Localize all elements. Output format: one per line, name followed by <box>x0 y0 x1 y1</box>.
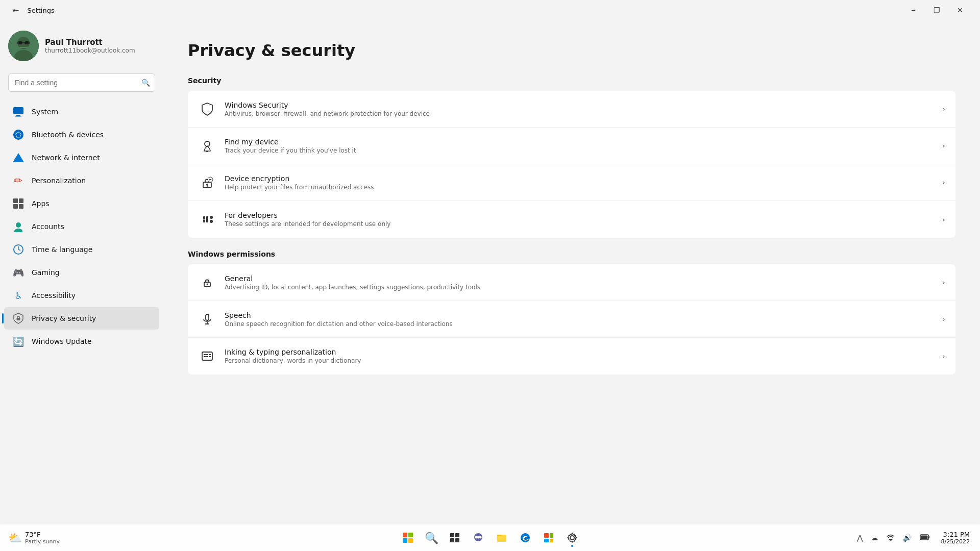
find-my-device-chevron: › <box>942 141 945 151</box>
settings-taskbar-icon <box>567 532 578 543</box>
search-input[interactable] <box>8 73 155 92</box>
svg-rect-5 <box>19 47 28 48</box>
sidebar-item-accessibility[interactable]: ♿ Accessibility <box>4 284 159 307</box>
maximize-button[interactable]: ❐ <box>925 2 948 18</box>
accounts-icon <box>12 220 24 233</box>
security-section: Security Windows Security Antivirus, bro… <box>188 77 955 238</box>
cloud-icon[interactable]: ☁ <box>868 532 881 544</box>
sidebar-item-gaming[interactable]: 🎮 Gaming <box>4 261 159 284</box>
svg-rect-69 <box>921 535 927 539</box>
win-logo-bl <box>403 538 407 543</box>
security-section-title: Security <box>188 77 955 85</box>
search-box: 🔍 <box>8 73 155 92</box>
sidebar-item-network[interactable]: Network & internet <box>4 146 159 169</box>
security-group: Windows Security Antivirus, browser, fir… <box>188 91 955 238</box>
sidebar-item-personalization[interactable]: ✏ Personalization <box>4 169 159 192</box>
update-icon: 🔄 <box>12 335 24 347</box>
system-tray-expand[interactable]: ⋀ <box>854 532 866 544</box>
svg-rect-6 <box>17 41 22 44</box>
svg-rect-50 <box>450 533 454 537</box>
device-encryption-chevron: › <box>942 178 945 187</box>
svg-rect-49 <box>209 356 211 357</box>
wifi-indicator <box>887 534 895 541</box>
start-button[interactable] <box>398 528 418 548</box>
windows-permissions-section: Windows permissions General Advertising … <box>188 250 955 374</box>
privacy-icon <box>12 312 24 324</box>
weather-temp: 73°F <box>25 531 60 538</box>
inking-typing-item[interactable]: Inking & typing personalization Personal… <box>188 338 955 374</box>
windows-security-text: Windows Security Antivirus, browser, fir… <box>225 101 942 117</box>
close-button[interactable]: ✕ <box>948 2 972 18</box>
wifi-icon[interactable] <box>884 532 898 544</box>
svg-rect-68 <box>928 536 929 538</box>
back-icon[interactable]: ← <box>8 4 23 17</box>
search-taskbar-button[interactable]: 🔍 <box>421 528 442 548</box>
windows-security-item[interactable]: Windows Security Antivirus, browser, fir… <box>188 91 955 128</box>
device-encryption-icon <box>198 173 216 192</box>
search-icon: 🔍 <box>141 79 150 87</box>
file-explorer-button[interactable] <box>492 528 512 548</box>
task-view-icon <box>450 533 460 543</box>
battery-icon[interactable] <box>917 532 933 544</box>
sidebar-item-apps[interactable]: Apps <box>4 192 159 215</box>
sidebar-item-apps-label: Apps <box>32 199 50 208</box>
inking-typing-title: Inking & typing personalization <box>225 348 942 356</box>
sidebar-item-accounts[interactable]: Accounts <box>4 215 159 238</box>
sidebar-item-personalization-label: Personalization <box>32 177 86 185</box>
store-button[interactable] <box>538 528 559 548</box>
network-icon <box>12 152 24 164</box>
sidebar-item-bluetooth[interactable]: ⬠ Bluetooth & devices <box>4 123 159 146</box>
svg-rect-17 <box>13 204 18 209</box>
find-my-device-item[interactable]: Find my device Track your device if you … <box>188 128 955 164</box>
taskbar-clock[interactable]: 3:21 PM 8/25/2022 <box>935 529 976 547</box>
speech-item[interactable]: Speech Online speech recognition for dic… <box>188 301 955 338</box>
sidebar-item-privacy[interactable]: Privacy & security <box>4 307 159 330</box>
for-developers-item[interactable]: For developers These settings are intend… <box>188 201 955 238</box>
svg-rect-63 <box>550 533 553 538</box>
windows-security-desc: Antivirus, browser, firewall, and networ… <box>225 110 942 117</box>
general-desc: Advertising ID, local content, app launc… <box>225 284 942 291</box>
speech-text: Speech Online speech recognition for dic… <box>225 311 942 328</box>
svg-rect-52 <box>450 538 454 542</box>
personalization-icon: ✏ <box>12 174 24 187</box>
windows-security-icon <box>198 100 216 118</box>
sidebar-item-update[interactable]: 🔄 Windows Update <box>4 330 159 353</box>
chat-button[interactable] <box>468 528 488 548</box>
svg-rect-51 <box>455 533 459 537</box>
for-developers-chevron: › <box>942 215 945 224</box>
device-encryption-desc: Help protect your files from unauthorize… <box>225 184 942 191</box>
edge-button[interactable] <box>515 528 535 548</box>
svg-rect-16 <box>19 198 23 203</box>
windows-permissions-group: General Advertising ID, local content, a… <box>188 264 955 374</box>
svg-rect-47 <box>204 356 206 357</box>
minimize-button[interactable]: − <box>901 2 925 18</box>
device-encryption-item[interactable]: Device encryption Help protect your file… <box>188 164 955 201</box>
svg-rect-45 <box>206 354 208 355</box>
general-item[interactable]: General Advertising ID, local content, a… <box>188 264 955 301</box>
for-developers-icon <box>198 210 216 229</box>
user-info: Paul Thurrott thurrott11book@outlook.com <box>45 38 135 54</box>
weather-desc: Partly sunny <box>25 538 60 545</box>
accessibility-icon: ♿ <box>12 289 24 302</box>
sidebar-nav: System ⬠ Bluetooth & devices Network & i… <box>0 100 163 353</box>
sidebar-item-time[interactable]: Time & language <box>4 238 159 261</box>
user-profile[interactable]: Paul Thurrott thurrott11book@outlook.com <box>0 20 163 69</box>
user-email: thurrott11book@outlook.com <box>45 47 135 54</box>
svg-rect-34 <box>206 216 208 222</box>
clock-time: 3:21 PM <box>941 531 970 538</box>
taskbar-weather[interactable]: ⛅ 73°F Partly sunny <box>0 531 92 545</box>
speech-chevron: › <box>942 314 945 324</box>
svg-rect-40 <box>206 314 209 320</box>
sidebar-item-system[interactable]: System <box>4 101 159 123</box>
sidebar-item-accessibility-label: Accessibility <box>32 291 76 299</box>
svg-point-66 <box>570 536 574 540</box>
inking-typing-chevron: › <box>942 352 945 361</box>
sidebar-item-system-label: System <box>32 108 58 116</box>
volume-icon[interactable]: 🔊 <box>900 532 915 544</box>
svg-point-61 <box>521 533 530 542</box>
svg-rect-8 <box>22 42 24 43</box>
settings-taskbar-button[interactable] <box>562 528 582 548</box>
task-view-button[interactable] <box>445 528 465 548</box>
title-bar-left: ← Settings <box>8 4 55 17</box>
svg-point-39 <box>207 283 208 285</box>
